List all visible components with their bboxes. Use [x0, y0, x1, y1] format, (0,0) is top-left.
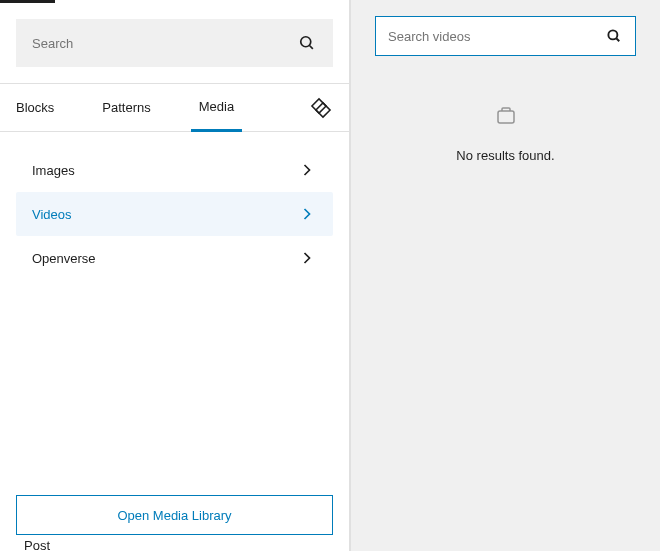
open-media-library-button[interactable]: Open Media Library — [16, 495, 333, 535]
tab-media[interactable]: Media — [191, 84, 242, 132]
media-category-label: Videos — [32, 207, 72, 222]
no-results: No results found. — [456, 104, 554, 163]
chevron-right-icon — [297, 160, 317, 180]
search-input[interactable] — [32, 36, 297, 51]
patterns-explorer-icon[interactable] — [309, 96, 333, 120]
media-category-images[interactable]: Images — [16, 148, 333, 192]
media-category-openverse[interactable]: Openverse — [16, 236, 333, 280]
chevron-right-icon — [297, 248, 317, 268]
svg-line-5 — [616, 38, 619, 41]
search-icon — [297, 33, 317, 53]
videos-search-box[interactable] — [375, 16, 636, 56]
empty-media-icon — [494, 104, 518, 132]
search-icon — [605, 27, 623, 45]
search-box[interactable] — [16, 19, 333, 67]
right-search-wrap — [351, 0, 660, 72]
media-results-panel: No results found. — [350, 0, 660, 551]
media-category-label: Openverse — [32, 251, 96, 266]
media-categories-list: Images Videos Openverse — [0, 132, 349, 479]
svg-rect-6 — [498, 111, 514, 123]
no-results-text: No results found. — [456, 148, 554, 163]
svg-point-0 — [301, 37, 311, 47]
search-container — [0, 3, 349, 84]
tab-patterns[interactable]: Patterns — [94, 84, 158, 132]
open-library-wrap: Open Media Library — [0, 479, 349, 551]
inserter-panel: Blocks Patterns Media Images Videos — [0, 0, 350, 551]
videos-search-input[interactable] — [388, 29, 605, 44]
post-label: Post — [0, 538, 50, 551]
tabs-row: Blocks Patterns Media — [0, 84, 349, 132]
tab-blocks[interactable]: Blocks — [16, 84, 62, 132]
svg-point-4 — [608, 30, 617, 39]
media-category-videos[interactable]: Videos — [16, 192, 333, 236]
svg-line-1 — [310, 46, 313, 49]
chevron-right-icon — [297, 204, 317, 224]
media-category-label: Images — [32, 163, 75, 178]
